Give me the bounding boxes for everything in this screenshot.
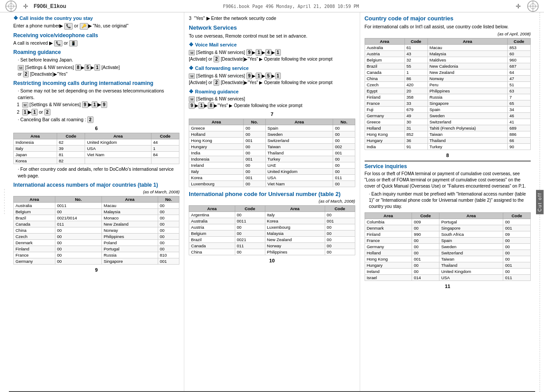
universal-code-table: Area Code Area Code Argentina00Italy00Au… [189,205,355,255]
table-row: Columbia009Portugal00 [365,219,530,225]
callforward-text: M [Settings & NW services] 9▶1▶5▶1 [Acti… [189,73,355,86]
service-bullet: Each inquiry number must be prefixed wit… [365,191,531,210]
table-row: Australia0011Korea001 [189,218,355,224]
step3-text: 3 "Yes" ▶ Enter the network security cod… [189,15,355,22]
restricting-num2: 2 1▶1 or 2 [13,109,179,115]
page-num-8: 8 [365,153,531,158]
content-area: ❖ Call inside the country you stay Enter… [9,12,535,392]
table-row: Germany00Sweden00 [365,243,530,250]
table-row: Belgium32Maldives960 [365,57,530,63]
table-row: Australia61Macau853 [365,44,530,50]
page-num-11: 11 [365,284,531,289]
service-table: Area Code Area Code Columbia009Portugal0… [365,212,531,281]
table-row: Czech00Philippines00 [14,233,179,239]
roaming-heading: Roaming guidance [13,49,179,55]
corner-decoration-left [4,0,18,13]
as-of-april: (as of April, 2008) [365,31,531,36]
table-row: China86Norway47 [365,75,530,81]
table-row: France00Russia810 [14,252,179,258]
page-num-9: 9 [13,267,179,273]
receiving-heading: Receiving voice/videophone calls [13,32,179,38]
roaming-bullet1: Set before leaving Japan. [13,57,179,63]
callforward-heading: ❖ Call forwarding service [189,65,355,71]
table-row: Hong Kong001Taiwan00 [365,256,530,262]
table-row: Finland990South Africa09 [365,231,530,237]
table-row: Canada011New Zealand00 [14,221,179,227]
roaming-guidance-text: M [Settings & NW services] 9▶1▶8▶"Yes" ▶… [189,96,355,109]
table-row: Hong Kong852Taiwan886 [365,131,530,137]
table-row: Denmark00Singapore001 [365,225,530,231]
table-row: China00Norway00 [14,227,179,233]
table-row: Greece00Spain00 [189,125,355,131]
intl-phone-heading: International phone code for Universal n… [189,191,355,197]
table-row: Luxembourg00Viet Nam00 [189,181,355,187]
network-intro: To use overseas, Remote control must be … [189,33,355,39]
table-row: Hong Kong001Switzerland00 [189,138,355,144]
table-row: Belgium00Malaysia00 [189,231,355,237]
call-inside-text: Enter a phone number▶ 📞 or 🔑▶ "No, use o… [13,23,179,30]
table-row: Argentina00Italy00 [189,212,355,218]
cross-mark-right: ✛ [516,3,521,10]
table-row: Italy00United Kingdom00 [189,169,355,175]
network-services-heading: Network Services [189,24,355,31]
page-num-7: 7 [189,111,355,117]
call-inside-heading: ❖ Call inside the country you stay [13,15,179,21]
table-row: Italy39USA1 [14,146,179,152]
table-row: Korea82 [14,158,179,164]
receiving-text: A call is received ▶ 📞 or 📱 [13,40,179,47]
top-section: ❖ Call inside the country you stay Enter… [9,12,535,392]
table-row: Egypt20Philippines63 [365,88,530,94]
country-code-intro: For international calls or Int'l call as… [365,23,531,30]
table-row: Fuji679Spain34 [365,106,530,112]
intl-table-top: Area No. Area No. Greece00Spain00Holland… [189,119,355,187]
table-row: Holland31Tahiti (French Polynesia)689 [365,125,530,131]
intl-access-heading: International access numbers of major co… [13,182,179,188]
table-row: Czech420Peru51 [365,81,530,88]
header-left: ✛ F906i_E1kou [4,0,66,13]
header-center: F906i.book Page 496 Monday, April 21, 20… [223,4,359,9]
table-row: France00Spain00 [365,237,530,243]
table-row: France33Singapore65 [365,100,530,106]
corner-decoration-right [526,0,540,13]
header-subtitle: F906i.book Page 496 Monday, April 21, 20… [223,4,359,9]
service-inquiries-heading: Service inquiries [365,161,531,169]
table-row: Korea001USA011 [189,175,355,181]
table-row: Indonesia62United Kingdom44 [14,139,179,146]
table-row: Ireland00UAE00 [189,162,355,169]
table-row: Holland00Switzerland00 [365,250,530,256]
left-margin [0,12,9,392]
table-row: Brazil55New Caledonia687 [365,63,530,69]
as-of-march: (as of March, 2008) [13,189,179,194]
table-row: China00Philippines00 [189,249,355,255]
table-row: Denmark00Poland00 [14,239,179,246]
table-row: Hungary00Taiwan002 [189,144,355,150]
table-row: Finland00Portugal00 [14,246,179,252]
roaming-keys: M [Settings & NW services] 8▶5▶1 [Activa… [13,64,179,77]
header-right: ✛ [516,0,540,13]
table-row: Greece30Switzerland41 [365,119,530,125]
page-6: ❖ Call inside the country you stay Enter… [9,12,184,391]
table-row: Ireland00United Kingdom00 [365,268,530,274]
table-row: Australia0011Macau00 [14,202,179,208]
table-row: India91Turkey90 [365,143,530,150]
table-row: Brazil0021/0014Monaco00 [14,215,179,221]
cutoff-label: Cut off [536,190,544,214]
major-countries-table: Area Code Area Code Australia61Macau853A… [365,38,531,150]
page-num-10: 10 [189,258,355,263]
page-7: 3 "Yes" ▶ Enter the network security cod… [184,12,360,391]
country-code-heading: Country code of major countries [365,15,531,22]
table-row: Canada1New Zealand64 [365,69,530,75]
table-row: Belgium00Malaysia00 [14,208,179,215]
restricting-num1: 1 M [Settings & NW services] 9▶1▶9 [13,101,179,108]
table-row: Hungary36Thailand66 [365,137,530,143]
table-row: Germany00Singapore001 [14,258,179,264]
table-row: Canada011Norway00 [189,243,355,249]
page-8: Country code of major countries For inte… [360,12,535,391]
canceling-bar: Canceling Bar calls at roaming : 2 [13,116,179,123]
voicemail-heading: ❖ Voice Mail service [189,42,355,48]
table-row: Israel014USA011 [365,274,530,281]
table-row: Germany49Sweden46 [365,112,530,119]
table-row: India00Thailand001 [189,150,355,156]
table-row: Japan81Viet Nam84 [14,152,179,158]
table-row: Holland00Sweden00 [189,131,355,138]
